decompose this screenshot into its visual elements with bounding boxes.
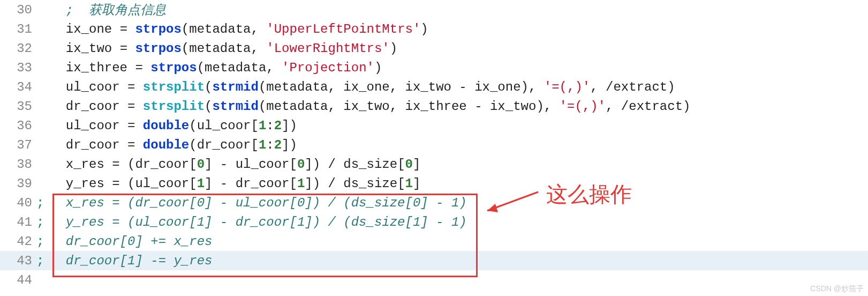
code-line[interactable]: 42; dr_coor[0] += x_res — [0, 232, 868, 251]
line-number: 43 — [0, 254, 36, 268]
code-line[interactable]: 36 ul_coor = double(ul_coor[1:2]) — [0, 116, 868, 135]
code-content: y_res = (ul_coor[1] - dr_coor[1]) / ds_s… — [50, 176, 868, 191]
line-number: 33 — [0, 61, 36, 75]
code-content: ix_one = strpos(metadata, 'UpperLeftPoin… — [50, 22, 868, 36]
code-line[interactable]: 34 ul_coor = strsplit(strmid(metadata, i… — [0, 77, 868, 97]
line-number: 34 — [0, 80, 36, 94]
code-content: dr_coor = double(dr_coor[1:2]) — [50, 138, 868, 152]
code-line[interactable]: 44 — [0, 270, 868, 290]
line-number: 44 — [0, 273, 36, 287]
code-content: x_res = (dr_coor[0] - ul_coor[0]) / (ds_… — [50, 196, 868, 210]
code-editor[interactable]: 30 ; 获取角点信息31 ix_one = strpos(metadata, … — [0, 0, 868, 296]
code-line[interactable]: 40; x_res = (dr_coor[0] - ul_coor[0]) / … — [0, 193, 868, 212]
code-content: ix_three = strpos(metadata, 'Projection'… — [50, 61, 868, 75]
code-content: dr_coor = strsplit(strmid(metadata, ix_t… — [50, 99, 868, 114]
code-line[interactable]: 41; y_res = (ul_coor[1] - dr_coor[1]) / … — [0, 212, 868, 232]
code-line[interactable]: 43; dr_coor[1] -= y_res — [0, 251, 868, 270]
code-line[interactable]: 39 y_res = (ul_coor[1] - dr_coor[1]) / d… — [0, 174, 868, 193]
code-content: y_res = (ul_coor[1] - dr_coor[1]) / (ds_… — [50, 215, 868, 230]
code-line[interactable]: 30 ; 获取角点信息 — [0, 0, 868, 19]
line-number: 41 — [0, 215, 36, 230]
code-content: ul_coor = double(ul_coor[1:2]) — [50, 119, 868, 133]
line-number: 37 — [0, 138, 36, 152]
line-number: 35 — [0, 99, 36, 114]
code-line[interactable]: 33 ix_three = strpos(metadata, 'Projecti… — [0, 58, 868, 77]
modification-marker: ; — [36, 215, 50, 230]
annotation-label: 这么操作 — [546, 180, 632, 209]
code-content: ; 获取角点信息 — [50, 1, 868, 18]
code-line[interactable]: 35 dr_coor = strsplit(strmid(metadata, i… — [0, 97, 868, 116]
line-number: 39 — [0, 176, 36, 191]
line-number: 40 — [0, 196, 36, 210]
code-content: x_res = (dr_coor[0] - ul_coor[0]) / ds_s… — [50, 157, 868, 172]
line-number: 31 — [0, 22, 36, 36]
code-content: ul_coor = strsplit(strmid(metadata, ix_o… — [50, 80, 868, 94]
code-content: dr_coor[0] += x_res — [50, 234, 868, 249]
modification-marker: ; — [36, 196, 50, 210]
modification-marker: ; — [36, 254, 50, 268]
code-content: ix_two = strpos(metadata, 'LowerRightMtr… — [50, 41, 868, 56]
watermark-text: CSDN @炒茄子 — [810, 284, 864, 294]
line-number: 42 — [0, 234, 36, 249]
code-line[interactable]: 37 dr_coor = double(dr_coor[1:2]) — [0, 135, 868, 154]
code-lines: 30 ; 获取角点信息31 ix_one = strpos(metadata, … — [0, 0, 868, 290]
line-number: 30 — [0, 3, 36, 17]
modification-marker: ; — [36, 234, 50, 249]
code-line[interactable]: 31 ix_one = strpos(metadata, 'UpperLeftP… — [0, 19, 868, 39]
code-line[interactable]: 32 ix_two = strpos(metadata, 'LowerRight… — [0, 39, 868, 58]
code-line[interactable]: 38 x_res = (dr_coor[0] - ul_coor[0]) / d… — [0, 154, 868, 174]
line-number: 36 — [0, 119, 36, 133]
line-number: 38 — [0, 157, 36, 172]
code-content: dr_coor[1] -= y_res — [50, 254, 868, 268]
line-number: 32 — [0, 41, 36, 56]
